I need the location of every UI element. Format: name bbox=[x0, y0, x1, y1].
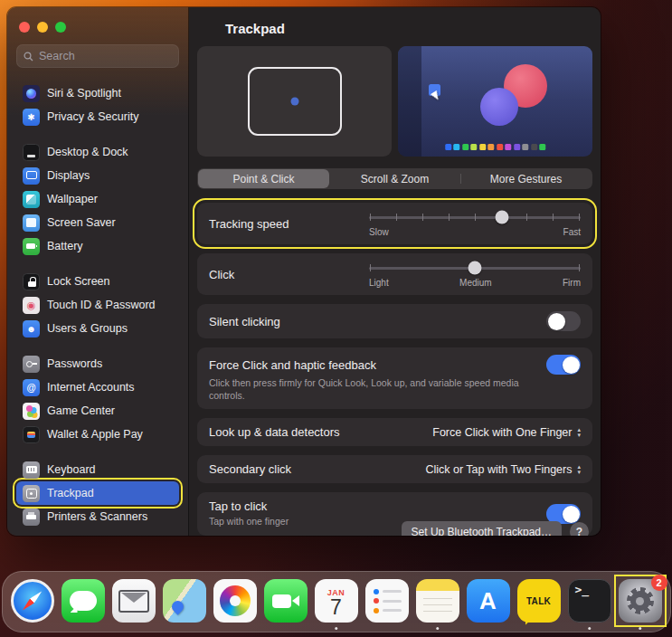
click-row: Click Light Medium Firm bbox=[197, 253, 592, 295]
sidebar-item-touch-id[interactable]: Touch ID & Password bbox=[16, 293, 179, 317]
chevron-up-down-icon bbox=[577, 464, 581, 474]
sidebar: Siri & Spotlight Privacy & Security Desk… bbox=[7, 7, 189, 536]
running-indicator bbox=[436, 627, 440, 631]
sidebar-item-desktop-dock[interactable]: Desktop & Dock bbox=[16, 140, 179, 164]
sidebar-item-label: Keyboard bbox=[47, 463, 96, 476]
dock-item-settings[interactable]: 2 bbox=[618, 578, 663, 623]
safari-icon bbox=[11, 579, 54, 623]
running-indicator bbox=[639, 627, 642, 631]
tracking-speed-slider[interactable] bbox=[369, 210, 581, 224]
secondary-click-label: Secondary click bbox=[209, 462, 291, 476]
talk-label: TALK bbox=[526, 596, 551, 606]
window-controls bbox=[16, 7, 179, 33]
sidebar-item-label: Wallet & Apple Pay bbox=[47, 428, 143, 441]
dock-item-notes[interactable] bbox=[415, 578, 460, 623]
sidebar-item-label: Trackpad bbox=[47, 487, 94, 499]
silent-clicking-toggle[interactable] bbox=[546, 311, 581, 331]
set-up-bluetooth-trackpad-button[interactable]: Set Up Bluetooth Trackpad… bbox=[402, 521, 562, 536]
sidebar-item-label: Users & Groups bbox=[47, 322, 128, 335]
dock-item-calendar[interactable]: JAN 7 bbox=[314, 578, 359, 623]
sidebar-item-printers-scanners[interactable]: Printers & Scanners bbox=[16, 505, 179, 528]
dock-item-reminders[interactable] bbox=[364, 578, 410, 623]
passwords-icon bbox=[23, 356, 40, 373]
dock-item-mail[interactable] bbox=[111, 578, 156, 623]
tracking-speed-slider-thumb[interactable] bbox=[496, 211, 509, 224]
force-click-label: Force Click and haptic feedback bbox=[209, 358, 376, 372]
force-click-toggle[interactable] bbox=[546, 355, 581, 375]
sidebar-item-game-center[interactable]: Game Center bbox=[16, 399, 179, 423]
palette-swatch bbox=[531, 144, 537, 150]
palette-swatch bbox=[479, 144, 486, 150]
sidebar-item-wallet[interactable]: Wallet & Apple Pay bbox=[16, 423, 179, 446]
sidebar-item-displays[interactable]: Displays bbox=[16, 164, 179, 187]
system-settings-window: Siri & Spotlight Privacy & Security Desk… bbox=[7, 7, 601, 536]
search-input[interactable] bbox=[39, 50, 172, 62]
system-settings-icon: 2 bbox=[619, 579, 662, 623]
look-up-row: Look up & data detectors Force Click wit… bbox=[197, 418, 592, 446]
sidebar-item-siri-spotlight[interactable]: Siri & Spotlight bbox=[16, 81, 179, 105]
tracking-speed-row: Tracking speed Slow Fast bbox=[197, 203, 592, 244]
dock-item-photos[interactable] bbox=[213, 578, 258, 623]
zoom-button[interactable] bbox=[55, 22, 66, 33]
sidebar-item-privacy-security[interactable]: Privacy & Security bbox=[16, 105, 179, 128]
dock-item-safari[interactable] bbox=[10, 578, 55, 623]
terminal-prompt-glyph: >_ bbox=[575, 583, 590, 596]
dock-item-messages[interactable] bbox=[61, 578, 106, 623]
sidebar-item-label: Privacy & Security bbox=[47, 110, 138, 123]
photos-icon bbox=[213, 579, 257, 623]
dock-item-facetime[interactable] bbox=[263, 578, 308, 623]
search-field[interactable] bbox=[16, 44, 179, 68]
dock-item-talk[interactable]: TALK bbox=[516, 578, 562, 623]
calendar-icon: JAN 7 bbox=[315, 579, 358, 623]
toggle-knob bbox=[563, 506, 580, 523]
dock-item-app-store[interactable]: A bbox=[466, 578, 511, 623]
sidebar-item-label: Screen Saver bbox=[47, 216, 116, 229]
sidebar-item-label: Siri & Spotlight bbox=[47, 87, 121, 100]
sidebar-item-internet-accounts[interactable]: Internet Accounts bbox=[16, 376, 179, 399]
sidebar-item-trackpad[interactable]: Trackpad bbox=[16, 481, 179, 505]
tab-point-and-click[interactable]: Point & Click bbox=[198, 169, 329, 188]
tracking-speed-label: Tracking speed bbox=[209, 217, 289, 231]
sidebar-item-wallpaper[interactable]: Wallpaper bbox=[16, 187, 179, 211]
tap-to-click-description: Tap with one finger bbox=[209, 516, 289, 528]
click-slider[interactable] bbox=[369, 261, 581, 275]
sidebar-item-lock-screen[interactable]: Lock Screen bbox=[16, 270, 179, 293]
gesture-tabs: Point & Click Scroll & Zoom More Gesture… bbox=[197, 168, 592, 189]
dock-item-terminal[interactable]: >_ bbox=[567, 578, 612, 623]
secondary-click-dropdown[interactable]: Click or Tap with Two Fingers bbox=[425, 463, 581, 476]
page-title: Trackpad bbox=[197, 7, 592, 46]
minimize-button[interactable] bbox=[37, 22, 48, 33]
talk-icon: TALK bbox=[517, 579, 561, 623]
sidebar-item-label: Lock Screen bbox=[47, 275, 109, 288]
look-up-dropdown[interactable]: Force Click with One Finger bbox=[432, 426, 581, 439]
secondary-click-row: Secondary click Click or Tap with Two Fi… bbox=[197, 455, 592, 483]
screen-saver-icon bbox=[23, 214, 40, 232]
help-button[interactable]: ? bbox=[570, 522, 589, 536]
palette-swatch bbox=[539, 144, 545, 150]
click-slider-thumb[interactable] bbox=[469, 261, 482, 275]
trackpad-icon bbox=[23, 485, 40, 502]
slider-mid-label: Medium bbox=[459, 278, 492, 288]
wallpaper-icon bbox=[23, 191, 40, 208]
privacy-icon bbox=[23, 109, 40, 126]
app-store-icon: A bbox=[467, 579, 510, 623]
sidebar-item-label: Wallpaper bbox=[47, 193, 98, 205]
sidebar-item-label: Passwords bbox=[47, 357, 102, 370]
lock-screen-icon bbox=[23, 273, 40, 290]
sidebar-item-screen-saver[interactable]: Screen Saver bbox=[16, 211, 179, 234]
sidebar-item-label: Game Center bbox=[47, 404, 115, 417]
trackpad-illustration bbox=[197, 46, 392, 157]
sidebar-item-users-groups[interactable]: Users & Groups bbox=[16, 317, 179, 340]
desktop-dock-icon bbox=[23, 144, 40, 161]
sidebar-item-keyboard[interactable]: Keyboard bbox=[16, 458, 179, 481]
tab-scroll-and-zoom[interactable]: Scroll & Zoom bbox=[329, 169, 460, 188]
sidebar-item-battery[interactable]: Battery bbox=[16, 234, 179, 258]
dock-item-maps[interactable] bbox=[162, 578, 207, 623]
sidebar-item-passwords[interactable]: Passwords bbox=[16, 352, 179, 376]
secondary-click-value: Click or Tap with Two Fingers bbox=[425, 463, 572, 476]
tap-to-click-label: Tap to click bbox=[209, 499, 289, 513]
chevron-up-down-icon bbox=[577, 427, 581, 437]
preview-sidebar-strip bbox=[398, 46, 421, 157]
tab-more-gestures[interactable]: More Gestures bbox=[460, 169, 592, 188]
close-button[interactable] bbox=[19, 22, 30, 33]
